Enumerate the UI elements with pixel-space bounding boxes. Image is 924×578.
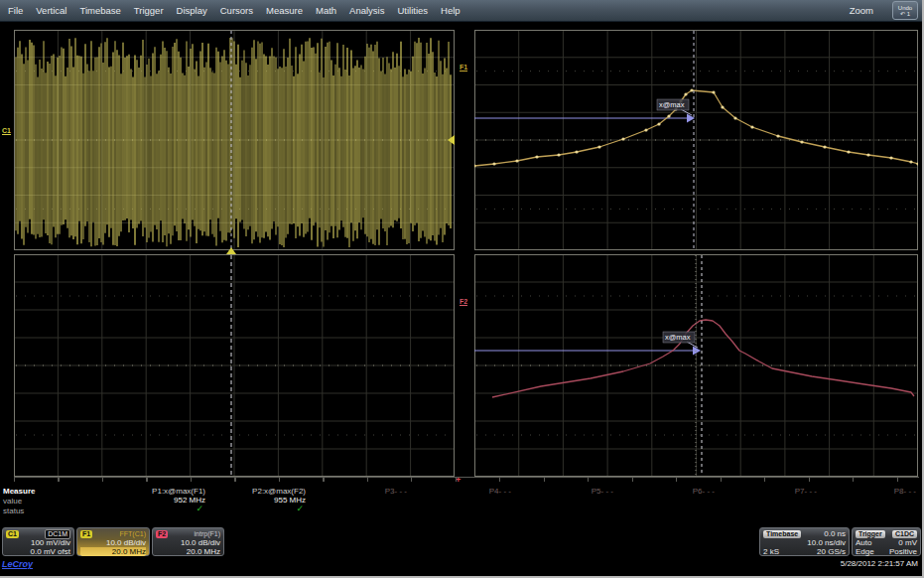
menu-item-timebase[interactable]: Timebase: [79, 5, 120, 16]
trigger-slope: Positive: [889, 547, 917, 556]
measure-row-label-value: value: [3, 497, 22, 506]
menu-bar: File Vertical Timebase Trigger Display C…: [0, 0, 922, 22]
status-check-icon: ✓: [234, 505, 306, 512]
menu-item-display[interactable]: Display: [177, 5, 207, 16]
f2-span: 20.0 MHz: [156, 547, 220, 556]
svg-text:x@max: x@max: [659, 100, 685, 109]
measure-row-label-status: status: [3, 506, 24, 515]
f1-badge: F1: [80, 530, 92, 538]
menu-item-measure[interactable]: Measure: [266, 5, 303, 16]
menu-item-utilities[interactable]: Utilities: [397, 5, 428, 16]
measure-param-p1[interactable]: P1:x@max(F1) 952 MHz ✓: [134, 487, 205, 512]
f2-scale: 10.0 dB/div: [156, 538, 220, 547]
menu-item-help[interactable]: Help: [441, 5, 461, 16]
timebase-chip: Timebase: [763, 530, 801, 538]
c1-scale: 100 mV/div: [6, 538, 70, 547]
f2-badge: F2: [156, 530, 168, 538]
measure-table: Measure value status P1:x@max(F1) 952 MH…: [0, 485, 924, 524]
trigger-level: 0 mV: [898, 538, 917, 547]
trigger-mode: Auto: [856, 538, 871, 547]
measure-param-p2[interactable]: P2:x@max(F2) 955 MHz ✓: [234, 487, 306, 512]
trigger-time-marker[interactable]: [226, 247, 236, 254]
menu-item-math[interactable]: Math: [316, 5, 336, 16]
horizontal-tick-strip: [14, 477, 919, 482]
display-area: x@max x@max C1 F1 F2 +: [0, 22, 924, 479]
trigger-source-badge: C1DC: [892, 530, 917, 538]
c1-trace-label[interactable]: C1: [2, 127, 11, 135]
grid-c1-waveform[interactable]: [14, 30, 455, 250]
measure-param-p3[interactable]: P3- - -: [355, 487, 407, 496]
measure-param-p6[interactable]: P6- - -: [655, 487, 715, 496]
menu-item-vertical[interactable]: Vertical: [36, 5, 66, 16]
c1-badge: C1: [6, 530, 19, 538]
grid-f2-intrp[interactable]: x@max: [474, 254, 918, 477]
f1-span: 20.0 MHz: [80, 547, 146, 556]
timebase-scale: 10.0 ns/div: [807, 538, 846, 547]
f2-function-tag: intrp(F1): [195, 530, 220, 537]
trigger-descriptor[interactable]: Trigger C1DC Auto 0 mV Edge Positive: [852, 527, 921, 556]
zoom-mode-label: Zoom: [850, 5, 873, 16]
datetime-label: 5/28/2012 2:21:57 AM: [841, 559, 918, 568]
menu-item-analysis[interactable]: Analysis: [349, 5, 384, 16]
grid-empty[interactable]: [14, 254, 455, 477]
measure-param-p5[interactable]: P5- - -: [554, 487, 613, 496]
timebase-samples: 2 kS: [763, 547, 779, 556]
channel-descriptor-f2[interactable]: F2 intrp(F1) 10.0 dB/div 20.0 MHz: [152, 527, 224, 556]
channel-descriptor-f1[interactable]: F1 FFT(C1) 10.0 dB/div 20.0 MHz: [76, 527, 150, 556]
menu-item-trigger[interactable]: Trigger: [134, 5, 164, 16]
status-check-icon: ✓: [134, 505, 205, 512]
f1-scale: 10.0 dB/div: [80, 538, 146, 547]
measure-param-p4[interactable]: P4- - -: [452, 487, 511, 496]
grid-f1-fft[interactable]: x@max: [474, 30, 918, 250]
measure-param-p7[interactable]: P7- - -: [757, 487, 817, 496]
measure-param-p8[interactable]: P8- - -: [857, 487, 916, 496]
menu-item-cursors[interactable]: Cursors: [220, 5, 253, 16]
timebase-descriptor[interactable]: Timebase 0.0 ns 10.0 ns/div 2 kS 20 GS/s: [759, 527, 850, 556]
timebase-rate: 20 GS/s: [817, 547, 846, 556]
undo-arrow-icon: ↶ 1: [900, 11, 910, 17]
lecroy-logo[interactable]: LeCroy: [2, 559, 33, 569]
c1-coupling-tag: DC1M: [45, 529, 70, 539]
menu-item-file[interactable]: File: [8, 5, 23, 16]
f2-trace-label[interactable]: F2: [460, 298, 467, 306]
measure-title: Measure: [3, 487, 35, 496]
trigger-chip: Trigger: [856, 530, 885, 538]
oscilloscope-screen: File Vertical Timebase Trigger Display C…: [0, 0, 924, 578]
trigger-level-marker[interactable]: [448, 135, 455, 145]
undo-button[interactable]: Undo ↶ 1: [892, 1, 918, 20]
timebase-offset: 0.0 ns: [824, 529, 846, 538]
f1-function-tag: FFT(C1): [120, 530, 146, 537]
svg-text:x@max: x@max: [665, 333, 691, 342]
f1-trace-label[interactable]: F1: [460, 64, 467, 72]
c1-offset: 0.0 mV ofst: [6, 547, 70, 556]
trigger-type: Edge: [856, 547, 874, 556]
channel-descriptor-c1[interactable]: C1 DC1M 100 mV/div 0.0 mV ofst: [2, 527, 74, 556]
